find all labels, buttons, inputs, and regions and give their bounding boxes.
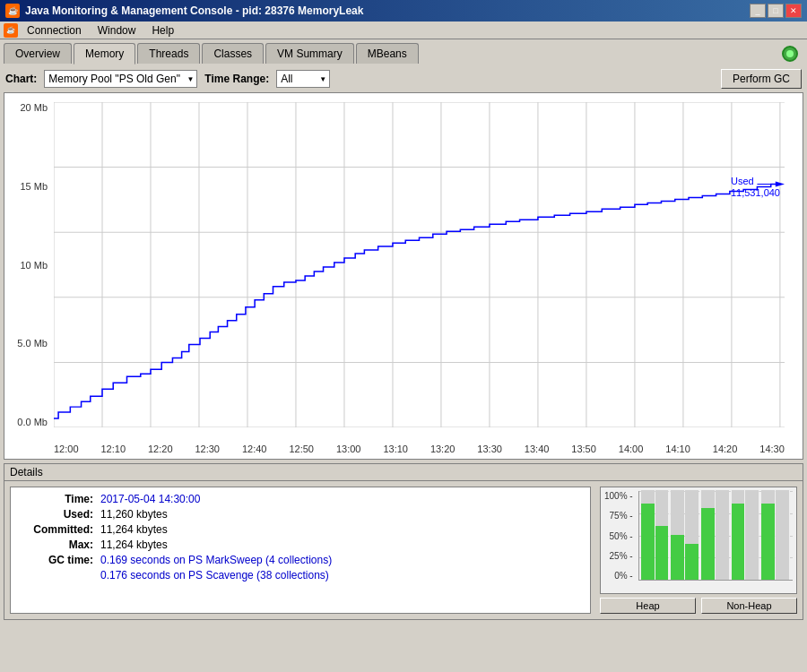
- window-controls: _ □ ✕: [750, 4, 802, 18]
- x-label-1400: 14:00: [619, 444, 644, 454]
- window-title: Java Monitoring & Management Console - p…: [25, 4, 363, 17]
- details-left: Time: 2017-05-04 14:30:00 Used: 11,260 k…: [10, 487, 591, 614]
- x-label-1320: 13:20: [430, 444, 456, 454]
- close-button[interactable]: ✕: [785, 4, 802, 18]
- x-label-1350: 13:50: [571, 444, 596, 454]
- chart-label: Chart:: [5, 73, 37, 85]
- bar-heap-1: [641, 490, 655, 580]
- x-label-1340: 13:40: [525, 444, 550, 454]
- non-heap-button[interactable]: Non-Heap: [701, 598, 797, 614]
- y-25: 25% -: [604, 551, 633, 561]
- chart-drawing-area: Used 11,531,040: [54, 102, 785, 427]
- y-label-5mb: 5.0 Mb: [17, 338, 48, 349]
- x-label-1300: 13:00: [336, 444, 361, 454]
- bar-group-4: [732, 490, 759, 580]
- app-icon: ☕: [5, 4, 20, 18]
- time-key: Time:: [20, 493, 100, 505]
- x-label-1230: 12:30: [195, 444, 220, 454]
- details-section: Details Time: 2017-05-04 14:30:00 Used: …: [4, 463, 803, 620]
- x-label-1430: 14:30: [759, 444, 785, 454]
- y-label-0mb: 0.0 Mb: [17, 417, 48, 427]
- y-0: 0% -: [604, 571, 633, 581]
- bar-group-1: [641, 490, 669, 580]
- y-axis: 20 Mb 15 Mb 10 Mb 5.0 Mb 0.0 Mb: [4, 102, 51, 427]
- bar-chart-container: 100% - 75% - 50% - 25% - 0% -: [600, 487, 797, 594]
- menu-bar: ☕ Connection Window Help: [0, 22, 807, 39]
- details-right: 100% - 75% - 50% - 25% - 0% -: [600, 487, 797, 614]
- status-icon: [780, 44, 800, 64]
- timerange-select-wrapper: All: [276, 70, 330, 88]
- timerange-select[interactable]: All: [276, 70, 330, 88]
- title-bar: ☕ Java Monitoring & Management Console -…: [0, 0, 807, 22]
- used-key: Used:: [20, 508, 100, 521]
- bar-heap-4: [732, 490, 745, 580]
- x-label-1240: 12:40: [242, 444, 267, 454]
- menu-app-icon: ☕: [4, 23, 18, 38]
- details-body: Time: 2017-05-04 14:30:00 Used: 11,260 k…: [4, 481, 803, 619]
- bar-heap-2: [671, 490, 684, 580]
- details-row-max: Max: 11,264 kbytes: [20, 538, 581, 551]
- committed-value: 11,264 kbytes: [100, 523, 168, 536]
- perform-gc-button[interactable]: Perform GC: [721, 69, 802, 89]
- x-axis: 12:00 12:10 12:20 12:30 12:40 12:50 13:0…: [54, 444, 785, 454]
- tab-classes[interactable]: Classes: [202, 43, 264, 64]
- bar-group-2: [671, 490, 699, 580]
- details-header: Details: [4, 464, 803, 481]
- bar-group-3: [701, 490, 729, 580]
- max-value: 11,264 kbytes: [100, 538, 168, 551]
- tab-vm-summary[interactable]: VM Summary: [265, 43, 354, 64]
- gc-key: GC time:: [20, 554, 100, 566]
- y-label-20mb: 20 Mb: [20, 102, 48, 113]
- bar-heap-3: [701, 490, 715, 580]
- menu-window[interactable]: Window: [91, 22, 143, 39]
- time-value: 2017-05-04 14:30:00: [100, 493, 200, 505]
- chart-container: 20 Mb 15 Mb 10 Mb 5.0 Mb 0.0 Mb: [4, 92, 803, 460]
- y-label-15mb: 15 Mb: [20, 181, 48, 192]
- bar-heap-5: [761, 490, 775, 580]
- tab-threads[interactable]: Threads: [137, 43, 200, 64]
- menu-connection[interactable]: Connection: [20, 22, 89, 39]
- chart-select[interactable]: Memory Pool "PS Old Gen": [44, 70, 197, 88]
- x-label-1220: 12:20: [148, 444, 173, 454]
- x-label-1210: 12:10: [100, 444, 126, 454]
- y-75: 75% -: [604, 511, 633, 521]
- gc-value2: 0.176 seconds on PS Scavenge (38 collect…: [100, 569, 329, 582]
- bar-buttons: Heap Non-Heap: [600, 598, 797, 614]
- x-label-1310: 13:10: [383, 444, 408, 454]
- chart-select-wrapper: Memory Pool "PS Old Gen": [44, 70, 197, 88]
- gc-value1: 0.169 seconds on PS MarkSweep (4 collect…: [100, 554, 332, 566]
- tab-memory[interactable]: Memory: [74, 43, 135, 65]
- bar-nonheap-3: [716, 490, 729, 580]
- bar-nonheap-1: [655, 490, 669, 580]
- bar-nonheap-2: [685, 490, 699, 580]
- y-100: 100% -: [604, 491, 633, 501]
- used-label: Used 11,531,040: [731, 176, 780, 199]
- x-label-1410: 14:10: [665, 444, 690, 454]
- bar-nonheap-4: [745, 490, 759, 580]
- bar-chart-y-axis: 100% - 75% - 50% - 25% - 0% -: [604, 491, 635, 581]
- gc-key2: [20, 569, 100, 582]
- x-label-1330: 13:30: [477, 444, 502, 454]
- max-key: Max:: [20, 538, 100, 551]
- used-value: 11,260 kbytes: [100, 508, 168, 521]
- minimize-button[interactable]: _: [750, 4, 766, 18]
- y-label-10mb: 10 Mb: [20, 260, 48, 271]
- y-50: 50% -: [604, 531, 633, 541]
- details-row-gc1: GC time: 0.169 seconds on PS MarkSweep (…: [20, 554, 581, 566]
- maximize-button[interactable]: □: [768, 4, 784, 18]
- details-row-committed: Committed: 11,264 kbytes: [20, 523, 581, 536]
- committed-key: Committed:: [20, 523, 100, 536]
- tab-bar: Overview Memory Threads Classes VM Summa…: [0, 39, 807, 64]
- details-row-gc2: 0.176 seconds on PS Scavenge (38 collect…: [20, 569, 581, 582]
- timerange-label: Time Range:: [204, 73, 269, 85]
- svg-point-1: [786, 50, 794, 57]
- heap-button[interactable]: Heap: [600, 598, 696, 614]
- details-row-used: Used: 11,260 kbytes: [20, 508, 581, 521]
- x-label-1420: 14:20: [713, 444, 738, 454]
- tab-overview[interactable]: Overview: [4, 43, 72, 64]
- x-label-1200: 12:00: [54, 444, 79, 454]
- chart-svg: [54, 102, 785, 427]
- tab-mbeans[interactable]: MBeans: [356, 43, 419, 64]
- menu-help[interactable]: Help: [144, 22, 181, 39]
- toolbar: Chart: Memory Pool "PS Old Gen" Time Ran…: [0, 65, 807, 92]
